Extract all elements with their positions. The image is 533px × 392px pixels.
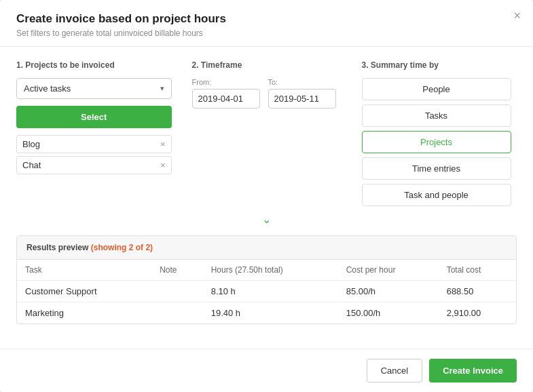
results-header: Results preview (showing 2 of 2) [17, 236, 516, 260]
chevron-down-icon[interactable]: ⌄ [262, 213, 271, 226]
cell-cost-per-hour: 150.00/h [338, 302, 439, 324]
summary-option-projects[interactable]: Projects [362, 131, 511, 153]
close-button[interactable]: × [513, 9, 521, 22]
col-total-cost: Total cost [439, 260, 516, 281]
cell-total-cost: 2,910.00 [439, 302, 516, 324]
cell-note [151, 281, 203, 302]
select-button[interactable]: Select [16, 106, 172, 128]
modal-container: Create invoice based on project hours Se… [0, 0, 533, 392]
modal-subtitle: Set filters to generate total uninvoiced… [16, 28, 517, 38]
results-header-prefix: Results preview [26, 243, 88, 252]
tag-item: Blog × [16, 135, 172, 153]
modal-body: 1. Projects to be invoiced Active tasks … [0, 47, 533, 349]
summary-option-time-entries[interactable]: Time entries [362, 157, 511, 180]
cancel-button[interactable]: Cancel [367, 359, 422, 383]
sections-row: 1. Projects to be invoiced Active tasks … [16, 60, 517, 206]
cell-task: Customer Support [17, 281, 151, 302]
tag-item: Chat × [16, 156, 172, 174]
results-table: Task Note Hours (27.50h total) Cost per … [17, 260, 516, 324]
section2-title: 2. Timeframe [192, 60, 342, 70]
col-note: Note [151, 260, 203, 281]
tag-remove-chat[interactable]: × [160, 161, 166, 170]
modal-title: Create invoice based on project hours [16, 12, 517, 26]
section3-title: 3. Summary time by [362, 60, 517, 70]
date-row: From: To: [192, 78, 342, 109]
cell-hours: 19.40 h [203, 302, 338, 324]
cell-hours: 8.10 h [203, 281, 338, 302]
table-row: Marketing 19.40 h 150.00/h 2,910.00 [17, 302, 516, 324]
section-projects: 1. Projects to be invoiced Active tasks … [16, 60, 172, 174]
dropdown-chevron-icon: ▾ [160, 84, 164, 93]
tag-list: Blog × Chat × [16, 135, 172, 174]
cell-total-cost: 688.50 [439, 281, 516, 302]
results-showing-text: showing 2 of 2 [94, 243, 150, 252]
to-group: To: [268, 78, 336, 109]
from-input[interactable] [192, 89, 260, 109]
tag-label: Chat [22, 160, 41, 170]
tag-label: Blog [22, 139, 40, 149]
results-preview: Results preview (showing 2 of 2) Task No… [16, 235, 517, 324]
summary-option-people[interactable]: People [362, 78, 511, 100]
projects-dropdown[interactable]: Active tasks ▾ [16, 78, 172, 99]
from-group: From: [192, 78, 260, 109]
tag-remove-blog[interactable]: × [160, 140, 166, 149]
col-cost-per-hour: Cost per hour [338, 260, 439, 281]
to-input[interactable] [268, 89, 336, 109]
to-label: To: [268, 78, 336, 86]
col-task: Task [17, 260, 151, 281]
cell-task: Marketing [17, 302, 151, 324]
cell-cost-per-hour: 85.00/h [338, 281, 439, 302]
section1-title: 1. Projects to be invoiced [16, 60, 172, 70]
from-label: From: [192, 78, 260, 86]
summary-options: People Tasks Projects Time entries Task … [362, 78, 517, 206]
summary-option-task-and-people[interactable]: Task and people [362, 184, 511, 206]
expand-row: ⌄ [16, 206, 517, 233]
modal-header: Create invoice based on project hours Se… [0, 0, 533, 47]
cell-note [151, 302, 203, 324]
create-invoice-button[interactable]: Create Invoice [429, 359, 517, 383]
results-showing-close: ) [150, 243, 153, 252]
table-row: Customer Support 8.10 h 85.00/h 688.50 [17, 281, 516, 302]
col-hours: Hours (27.50h total) [203, 260, 338, 281]
section-summary: 3. Summary time by People Tasks Projects… [362, 60, 517, 206]
table-header-row: Task Note Hours (27.50h total) Cost per … [17, 260, 516, 281]
section-timeframe: 2. Timeframe From: To: [192, 60, 342, 109]
modal-footer: Cancel Create Invoice [0, 349, 533, 392]
summary-option-tasks[interactable]: Tasks [362, 104, 511, 127]
dropdown-value: Active tasks [24, 83, 71, 94]
